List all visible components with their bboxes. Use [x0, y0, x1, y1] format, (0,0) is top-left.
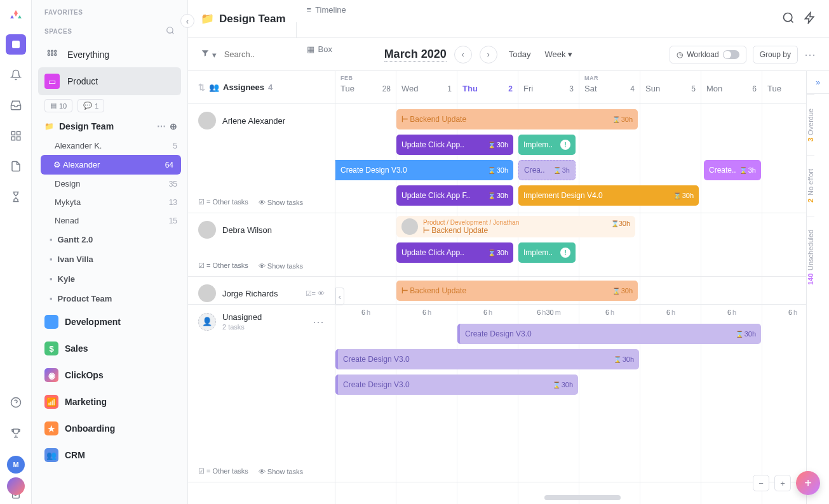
task-bar[interactable]: Backend Update30h — [396, 281, 638, 301]
tree-item[interactable]: Design35 — [34, 175, 187, 193]
grid-icon[interactable] — [6, 126, 26, 146]
person-row: Arlene Alexander☑ = Other tasks👁 Show ta… — [188, 104, 335, 213]
task-bar[interactable]: Implement Design V4.030h — [518, 185, 699, 206]
tabbar: 📁Design Team ⌛Workload⋯≡Timeline▦Box+Vie… — [188, 0, 829, 38]
hour-cell: 6 h — [396, 305, 457, 320]
hour-cell: 6 h — [335, 305, 396, 320]
task-bar[interactable]: Backend Update30h — [396, 109, 638, 129]
tree-sub[interactable]: ▪Product Team — [34, 289, 187, 308]
hour-cell: 6 h — [701, 305, 762, 320]
task-bar[interactable]: Create..3h — [704, 160, 761, 180]
task-bar[interactable]: Create Design V3.030h — [335, 349, 639, 369]
workload-toggle[interactable]: ◷Workload — [670, 46, 746, 63]
help-icon[interactable] — [6, 392, 26, 413]
rail-unscheduled[interactable]: 140Unscheduled — [807, 216, 814, 298]
breadcrumb: Design Team — [219, 13, 286, 25]
tree-sub[interactable]: ▪Kyle — [34, 269, 187, 289]
task-bar[interactable]: Create Design V3.030h — [457, 324, 761, 344]
svg-point-14 — [55, 54, 57, 56]
svg-point-8 — [167, 27, 173, 33]
add-fab-button[interactable]: + — [796, 471, 820, 495]
space-item[interactable]: 👥CRM — [32, 442, 187, 468]
stat-docs[interactable]: ▤10 — [44, 99, 72, 112]
expand-rail-icon[interactable]: » — [807, 71, 829, 94]
sidebar-everything[interactable]: Everything — [32, 42, 187, 67]
h-scrollbar[interactable] — [544, 495, 621, 500]
task-bar[interactable]: Create Design V3.030h — [335, 160, 513, 180]
user-avatar-m[interactable]: M — [7, 456, 25, 474]
hour-cell: 6 h 30 m — [518, 305, 579, 320]
spaces-label: SPACES — [44, 28, 72, 35]
groupby-button[interactable]: Group by — [753, 46, 798, 63]
space-item[interactable]: ◉ClickOps — [32, 362, 187, 388]
task-bar[interactable]: Update Click App..30h — [396, 242, 513, 263]
svg-rect-1 — [11, 131, 15, 135]
search-icon[interactable] — [166, 26, 175, 37]
bolt-icon[interactable] — [804, 11, 816, 26]
hourglass-icon[interactable] — [6, 187, 26, 207]
svg-point-10 — [51, 50, 53, 52]
rail-home-icon[interactable] — [6, 34, 26, 55]
stat-comments[interactable]: 💬1 — [78, 99, 104, 112]
bell-icon[interactable] — [6, 65, 26, 85]
day-header: Sun5 — [640, 71, 701, 103]
zoom-out-button[interactable]: − — [753, 475, 769, 491]
filter-icon[interactable]: ▾ — [201, 49, 217, 60]
person-row: 👤Unasigned2 tasks⋯☑ = Other tasks👁 Show … — [188, 305, 335, 482]
more-icon[interactable]: ⋯ — [157, 121, 166, 131]
rail-overdue[interactable]: 3Overdue — [807, 94, 814, 155]
week-selector[interactable]: Week ▾ — [544, 50, 572, 59]
hour-cell: 6 h — [640, 305, 701, 320]
right-rail: » 3Overdue 2No effort 140Unscheduled — [806, 71, 829, 504]
trophy-icon[interactable] — [6, 423, 26, 443]
task-bar[interactable]: Update Click App F..30h — [396, 185, 513, 206]
person-row: Debra Wilson☑ = Other tasks👁 Show tasks — [188, 213, 335, 277]
task-popup[interactable]: Product / Development / JonathanBackend … — [396, 216, 635, 237]
hour-cell: 6 h — [457, 305, 518, 320]
tree-sub[interactable]: ▪Gantt 2.0 — [34, 230, 187, 249]
tree-sub[interactable]: ▪Ivan Villa — [34, 249, 187, 269]
favorites-label: FAVORITES — [32, 0, 187, 21]
toolbar: ▾ March 2020 ‹ › Today Week ▾ ◷Workload … — [188, 38, 829, 71]
tree-item[interactable]: ⚙ Alexander64 — [41, 155, 181, 175]
task-bar[interactable]: Create Design V3.030h — [335, 375, 578, 395]
tree-item[interactable]: Alexander K.5 — [34, 136, 187, 155]
tab-timeline[interactable]: ≡Timeline — [296, 0, 382, 22]
tree-item[interactable]: Mykyta13 — [34, 193, 187, 211]
space-item[interactable]: $Sales — [32, 335, 187, 362]
search-icon[interactable] — [782, 11, 795, 26]
day-header: FEBTue28 — [335, 71, 396, 103]
sidebar-product[interactable]: ▭ Product — [38, 67, 181, 95]
task-bar[interactable]: Implem..! — [518, 135, 576, 155]
day-header: Fri3 — [518, 71, 579, 103]
tree-item[interactable]: Nenad15 — [34, 211, 187, 230]
svg-rect-0 — [12, 41, 20, 48]
workspace-avatar[interactable] — [7, 477, 25, 495]
inbox-icon[interactable] — [6, 95, 26, 116]
search-input[interactable] — [224, 50, 300, 59]
sort-icon[interactable]: ⇅ — [198, 83, 205, 92]
task-bar[interactable]: Implem..! — [518, 242, 576, 263]
add-icon[interactable]: ⊕ — [170, 121, 177, 131]
people-icon: 👥 — [209, 83, 219, 92]
app-logo[interactable] — [8, 9, 24, 24]
svg-point-11 — [55, 50, 57, 52]
space-item[interactable]: Development — [32, 308, 187, 335]
svg-rect-4 — [17, 137, 20, 140]
tree-folder-design-team[interactable]: 📁 Design Team ⋯⊕ — [34, 116, 187, 136]
space-item[interactable]: 📶Marketing — [32, 388, 187, 415]
prev-button[interactable]: ‹ — [454, 46, 472, 63]
task-bar[interactable]: Crea..3h — [518, 160, 576, 180]
day-header: Wed1 — [396, 71, 457, 103]
space-item[interactable]: ★Onboarding — [32, 415, 187, 442]
doc-icon[interactable] — [6, 156, 26, 176]
today-button[interactable]: Today — [509, 50, 531, 59]
task-bar[interactable]: Update Click App..30h — [396, 135, 513, 155]
more-icon[interactable]: ⋯ — [804, 48, 816, 62]
month-label[interactable]: March 2020 — [384, 48, 447, 62]
collapse-sidebar-icon[interactable]: ‹ — [180, 14, 194, 28]
rail-noeffort[interactable]: 2No effort — [807, 155, 814, 216]
next-button[interactable]: › — [480, 46, 497, 63]
zoom-in-button[interactable]: + — [774, 475, 791, 491]
day-header: Mon6 — [701, 71, 762, 103]
